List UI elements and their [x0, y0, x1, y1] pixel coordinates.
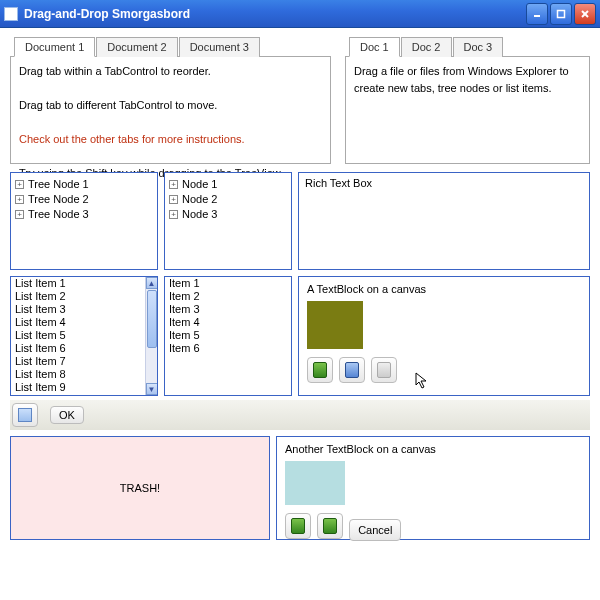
tool-button-green[interactable]: [285, 513, 311, 539]
svg-rect-1: [558, 10, 565, 17]
tree-node-label: Node 1: [182, 177, 217, 192]
instruction-highlight: Check out the other tabs for more instru…: [19, 131, 322, 148]
blue-icon: [345, 362, 359, 378]
green-icon: [291, 518, 305, 534]
expand-icon[interactable]: +: [169, 180, 178, 189]
canvas-rectangle[interactable]: [307, 301, 363, 349]
list-item[interactable]: List Item 6: [11, 342, 145, 355]
list-item[interactable]: Item 2: [165, 290, 291, 303]
cancel-button[interactable]: Cancel: [349, 519, 401, 541]
list-item[interactable]: Item 6: [165, 342, 291, 355]
tree-node[interactable]: +Tree Node 3: [15, 207, 153, 222]
treeview-right[interactable]: +Node 1 +Node 2 +Node 3: [164, 172, 292, 270]
canvas-text: Another TextBlock on a canvas: [285, 443, 581, 455]
tab-doc-3[interactable]: Doc 3: [453, 37, 504, 57]
scrollbar[interactable]: ▲ ▼: [145, 277, 157, 395]
listbox-left[interactable]: List Item 1 List Item 2 List Item 3 List…: [10, 276, 158, 396]
instruction-line: Drag tab within a TabControl to reorder.: [19, 63, 322, 80]
rich-text-box[interactable]: Rich Text Box: [298, 172, 590, 270]
green-icon: [313, 362, 327, 378]
expand-icon[interactable]: +: [169, 195, 178, 204]
tab-control-left: Document 1 Document 2 Document 3 Drag ta…: [10, 36, 331, 164]
list-item[interactable]: List Item 8: [11, 368, 145, 381]
tree-node-label: Node 2: [182, 192, 217, 207]
expand-icon[interactable]: +: [169, 210, 178, 219]
tab-document-3[interactable]: Document 3: [179, 37, 260, 57]
cursor-icon: [415, 372, 431, 390]
calendar-icon: [18, 408, 32, 422]
ok-label: OK: [59, 409, 75, 421]
treeview-left[interactable]: +Tree Node 1 +Tree Node 2 +Tree Node 3: [10, 172, 158, 270]
listbox-right[interactable]: Item 1 Item 2 Item 3 Item 4 Item 5 Item …: [164, 276, 292, 396]
tree-node-label: Tree Node 1: [28, 177, 89, 192]
tool-button-blue[interactable]: [339, 357, 365, 383]
list-item[interactable]: Item 5: [165, 329, 291, 342]
instruction-line: Drag a file or files from Windows Explor…: [354, 63, 581, 97]
maximize-button[interactable]: [550, 3, 572, 25]
toolbar: OK: [10, 400, 590, 430]
tree-node[interactable]: +Tree Node 1: [15, 177, 153, 192]
scroll-down-button[interactable]: ▼: [146, 383, 158, 395]
trash-panel[interactable]: TRASH!: [10, 436, 270, 540]
list-item[interactable]: List Item 3: [11, 303, 145, 316]
rich-text-label: Rich Text Box: [305, 177, 372, 189]
list-item[interactable]: List Item 5: [11, 329, 145, 342]
canvas-a[interactable]: A TextBlock on a canvas: [298, 276, 590, 396]
calendar-button[interactable]: [12, 403, 38, 427]
tab-control-right: Doc 1 Doc 2 Doc 3 Drag a file or files f…: [345, 36, 590, 164]
tab-doc-1[interactable]: Doc 1: [349, 37, 400, 57]
tree-node[interactable]: +Node 1: [169, 177, 287, 192]
list-item[interactable]: Item 4: [165, 316, 291, 329]
trash-label: TRASH!: [120, 482, 160, 494]
minimize-button[interactable]: [526, 3, 548, 25]
tab-document-1[interactable]: Document 1: [14, 37, 95, 57]
list-item[interactable]: List Item 4: [11, 316, 145, 329]
svg-marker-4: [416, 373, 426, 388]
tab-content-right: Drag a file or files from Windows Explor…: [345, 56, 590, 164]
canvas-text: A TextBlock on a canvas: [307, 283, 581, 295]
tab-content-left: Drag tab within a TabControl to reorder.…: [10, 56, 331, 164]
tree-node-label: Node 3: [182, 207, 217, 222]
list-item[interactable]: List Item 1: [11, 277, 145, 290]
tree-node-label: Tree Node 3: [28, 207, 89, 222]
app-icon: [4, 7, 18, 21]
list-item[interactable]: Item 1: [165, 277, 291, 290]
green-icon: [323, 518, 337, 534]
tab-doc-2[interactable]: Doc 2: [401, 37, 452, 57]
tree-node[interactable]: +Node 2: [169, 192, 287, 207]
tree-node-label: Tree Node 2: [28, 192, 89, 207]
tree-node[interactable]: +Node 3: [169, 207, 287, 222]
titlebar: Drag-and-Drop Smorgasbord: [0, 0, 600, 28]
cancel-label: Cancel: [358, 524, 392, 536]
tool-button-green[interactable]: [317, 513, 343, 539]
ok-button[interactable]: OK: [50, 406, 84, 424]
list-item[interactable]: List Item 7: [11, 355, 145, 368]
expand-icon[interactable]: +: [15, 180, 24, 189]
expand-icon[interactable]: +: [15, 210, 24, 219]
canvas-b[interactable]: Another TextBlock on a canvas Cancel: [276, 436, 590, 540]
close-button[interactable]: [574, 3, 596, 25]
list-item[interactable]: Item 3: [165, 303, 291, 316]
tree-node[interactable]: +Tree Node 2: [15, 192, 153, 207]
tool-button-green[interactable]: [307, 357, 333, 383]
scroll-thumb[interactable]: [147, 290, 157, 348]
expand-icon[interactable]: +: [15, 195, 24, 204]
grey-icon: [377, 362, 391, 378]
canvas-rectangle[interactable]: [285, 461, 345, 505]
tool-button-grey[interactable]: [371, 357, 397, 383]
list-item[interactable]: List Item 2: [11, 290, 145, 303]
tab-document-2[interactable]: Document 2: [96, 37, 177, 57]
list-item[interactable]: List Item 9: [11, 381, 145, 394]
window-title: Drag-and-Drop Smorgasbord: [24, 7, 526, 21]
scroll-up-button[interactable]: ▲: [146, 277, 158, 289]
instruction-line: Drag tab to different TabControl to move…: [19, 97, 322, 114]
